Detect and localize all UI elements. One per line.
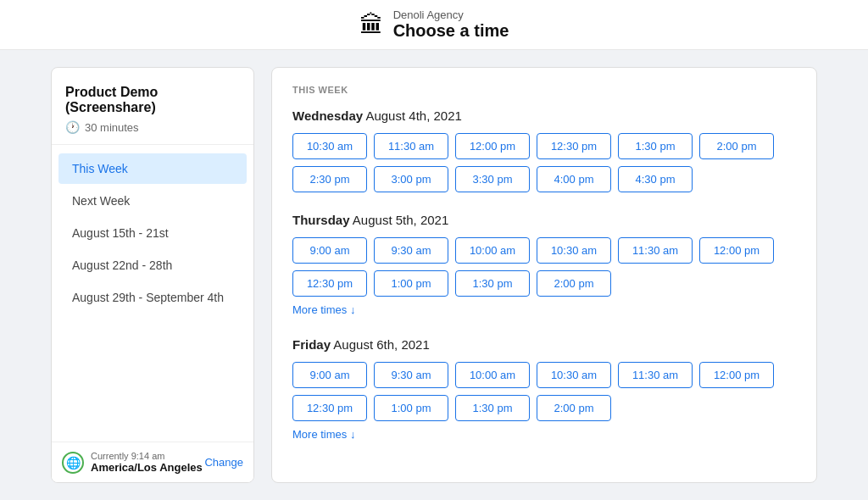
time-slot[interactable]: 10:30 am [537,362,611,388]
time-slot[interactable]: 1:00 pm [374,395,448,421]
time-slots: 9:00 am9:30 am10:00 am10:30 am11:30 am12… [292,237,796,297]
header-text: Denoli Agency Choose a time [393,8,509,41]
time-slot[interactable]: 2:00 pm [699,133,774,159]
time-slot[interactable]: 10:30 am [537,237,611,264]
timezone-bar: 🌐 Currently 9:14 am America/Los Angeles … [52,442,253,482]
day-section: Wednesday August 4th, 202110:30 am11:30 … [292,108,796,192]
time-slot[interactable]: 9:00 am [292,362,367,388]
week-item[interactable]: Next Week [58,186,247,216]
more-times-button[interactable]: More times ↓ [292,303,355,316]
time-slot[interactable]: 12:30 pm [292,395,367,421]
event-title: Product Demo (Screenshare) [65,85,240,115]
timezone-info: Currently 9:14 am America/Los Angeles [91,451,203,474]
globe-icon: 🌐 [62,452,84,474]
time-slot[interactable]: 12:30 pm [292,270,367,297]
day-section: Thursday August 5th, 20219:00 am9:30 am1… [292,213,796,317]
time-slot[interactable]: 1:00 pm [374,270,448,297]
time-slot[interactable]: 1:30 pm [618,133,693,159]
change-timezone-button[interactable]: Change [204,456,243,469]
time-slot[interactable]: 3:00 pm [374,166,448,192]
time-slot[interactable]: 12:00 pm [699,362,774,388]
time-slot[interactable]: 9:00 am [292,237,367,264]
day-header: Wednesday August 4th, 2021 [292,108,796,123]
week-item[interactable]: August 15th - 21st [58,218,247,248]
time-slot[interactable]: 10:00 am [455,237,530,264]
week-item[interactable]: August 29th - September 4th [58,282,247,313]
duration-label: 30 minutes [85,121,139,134]
time-slot[interactable]: 9:30 am [374,237,448,264]
week-label: THIS WEEK [292,85,796,95]
time-slots: 10:30 am11:30 am12:00 pm12:30 pm1:30 pm2… [292,133,796,192]
time-slot[interactable]: 9:30 am [374,362,448,388]
day-header: Friday August 6th, 2021 [292,337,796,352]
time-slot[interactable]: 12:00 pm [699,237,774,264]
time-slot[interactable]: 10:00 am [455,362,530,388]
time-slot[interactable]: 4:00 pm [537,166,611,192]
page-header: 🏛 Denoli Agency Choose a time [0,0,868,50]
org-icon: 🏛 [359,11,383,39]
event-info: Product Demo (Screenshare) 🕐 30 minutes [52,68,253,145]
time-slot[interactable]: 12:00 pm [455,133,530,159]
week-item[interactable]: August 22nd - 28th [58,250,247,281]
timezone-name: America/Los Angeles [91,461,203,474]
more-times-button[interactable]: More times ↓ [292,428,355,441]
week-item[interactable]: This Week [58,153,247,184]
week-list: This WeekNext WeekAugust 15th - 21stAugu… [52,145,253,442]
time-slot[interactable]: 11:30 am [618,237,693,264]
days-container: Wednesday August 4th, 202110:30 am11:30 … [292,108,796,442]
time-slot[interactable]: 10:30 am [292,133,367,159]
time-slot[interactable]: 12:30 pm [537,133,611,159]
time-slot[interactable]: 4:30 pm [618,166,693,192]
page-title: Choose a time [393,21,509,41]
main-content: Product Demo (Screenshare) 🕐 30 minutes … [0,50,868,500]
event-duration: 🕐 30 minutes [65,120,240,134]
org-name: Denoli Agency [393,8,509,21]
right-panel: THIS WEEK Wednesday August 4th, 202110:3… [271,67,817,483]
time-slots: 9:00 am9:30 am10:00 am10:30 am11:30 am12… [292,362,796,421]
day-header: Thursday August 5th, 2021 [292,213,796,227]
time-slot[interactable]: 11:30 am [618,362,693,388]
day-section: Friday August 6th, 20219:00 am9:30 am10:… [292,337,796,442]
left-panel: Product Demo (Screenshare) 🕐 30 minutes … [51,67,254,483]
clock-icon: 🕐 [65,120,80,134]
time-slot[interactable]: 2:00 pm [537,270,611,297]
time-slot[interactable]: 2:30 pm [292,166,367,192]
time-slot[interactable]: 11:30 am [374,133,448,159]
timezone-left: 🌐 Currently 9:14 am America/Los Angeles [62,451,203,474]
time-slot[interactable]: 1:30 pm [455,270,530,297]
timezone-time: Currently 9:14 am [91,451,203,461]
time-slot[interactable]: 2:00 pm [537,395,611,421]
time-slot[interactable]: 3:30 pm [455,166,530,192]
time-slot[interactable]: 1:30 pm [455,395,530,421]
